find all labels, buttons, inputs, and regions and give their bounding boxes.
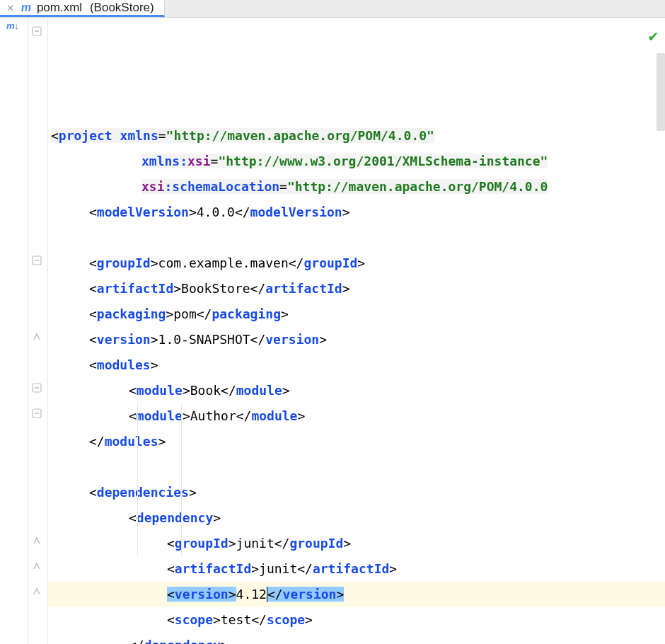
fold-collapse-icon[interactable] — [32, 26, 42, 37]
indent-guide — [181, 403, 182, 556]
check-icon: ✔ — [649, 23, 658, 49]
code-line[interactable]: <artifactId>junit</artifactId> — [48, 556, 665, 582]
fold-end-icon[interactable] — [32, 536, 42, 546]
code-line[interactable]: </dependency> — [48, 633, 665, 644]
tab-bar: ✕ m pom.xml (BookStore) — [0, 0, 665, 18]
code-line[interactable]: <dependencies> — [48, 480, 665, 505]
code-line[interactable]: <packaging>pom</packaging> — [48, 301, 665, 327]
code-line[interactable]: <artifactId>BookStore</artifactId> — [48, 276, 665, 301]
fold-collapse-icon[interactable] — [32, 408, 42, 419]
code-line[interactable]: <modules> — [48, 352, 665, 378]
code-line[interactable]: <module>Author</module> — [48, 403, 665, 429]
code-area[interactable]: ✔ <project xmlns="http://maven.apache.or… — [48, 18, 665, 644]
code-line[interactable] — [48, 454, 665, 480]
scrollbar[interactable] — [657, 53, 665, 131]
fold-end-icon[interactable] — [32, 561, 42, 572]
file-tab[interactable]: ✕ m pom.xml (BookStore) — [0, 0, 165, 17]
code-line[interactable]: <module>Book</module> — [48, 378, 665, 403]
code-line[interactable]: <groupId>com.example.maven</groupId> — [48, 251, 665, 276]
code-line[interactable]: <version>1.0-SNAPSHOT</version> — [48, 327, 665, 352]
code-line[interactable]: </modules> — [48, 429, 665, 454]
indent-guide — [137, 403, 138, 556]
fold-collapse-icon[interactable] — [32, 383, 42, 393]
fold-end-icon[interactable] — [32, 587, 42, 597]
maven-file-icon: m — [21, 1, 31, 14]
code-line[interactable]: xsi:schemaLocation="http://maven.apache.… — [48, 174, 665, 200]
tab-filename: pom.xml — [37, 1, 82, 15]
code-line[interactable]: <project xmlns="http://maven.apache.org/… — [48, 123, 665, 149]
editor[interactable]: m↓ ✔ <project xmlns="http://maven.apache… — [0, 18, 665, 644]
code-line[interactable]: <dependency> — [48, 505, 665, 531]
code-line[interactable]: <modelVersion>4.0.0</modelVersion> — [48, 200, 665, 225]
fold-collapse-icon[interactable] — [32, 255, 42, 266]
code-line[interactable] — [48, 225, 665, 251]
left-gutter: m↓ — [0, 18, 28, 644]
code-line[interactable]: <version>4.12</version> — [48, 582, 665, 607]
fold-gutter — [28, 18, 48, 644]
code-line[interactable]: xmlns:xsi="http://www.w3.org/2001/XMLSch… — [48, 149, 665, 174]
code-line[interactable]: <groupId>junit</groupId> — [48, 531, 665, 556]
close-icon[interactable]: ✕ — [7, 2, 14, 13]
code-line[interactable]: <scope>test</scope> — [48, 607, 665, 633]
maven-gutter-icon: m↓ — [6, 21, 19, 31]
tab-project: (BookStore) — [90, 1, 154, 15]
fold-end-icon[interactable] — [32, 332, 42, 343]
